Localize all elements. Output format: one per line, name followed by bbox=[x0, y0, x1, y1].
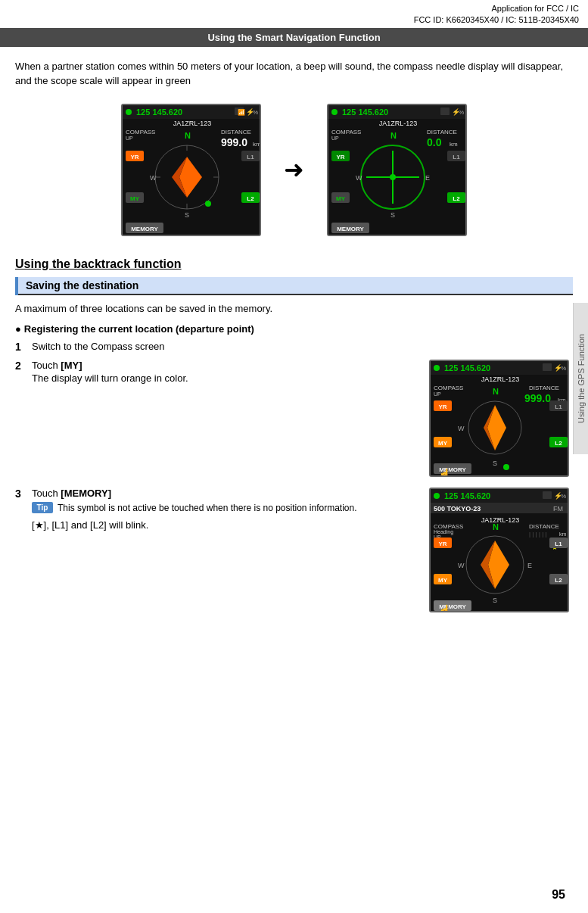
svg-text:500  TOKYO-23: 500 TOKYO-23 bbox=[434, 505, 481, 513]
tip-box: Tip This symbol is not active be touched… bbox=[32, 502, 422, 515]
tip-text: This symbol is not active be touched whe… bbox=[58, 502, 357, 515]
svg-text:S: S bbox=[493, 460, 497, 467]
step-2-sub: The display will turn orange in color. bbox=[32, 372, 422, 384]
svg-text:L1: L1 bbox=[453, 154, 460, 160]
svg-rect-70 bbox=[543, 363, 552, 371]
svg-text:N: N bbox=[390, 131, 397, 140]
svg-text:W: W bbox=[356, 174, 362, 182]
svg-text:W: W bbox=[458, 562, 465, 569]
svg-text:JA1ZRL-123: JA1ZRL-123 bbox=[481, 375, 520, 383]
svg-text:YR: YR bbox=[438, 404, 446, 410]
compass-display-4: 125 145.620 ⚡ % 500 TOKYO-23 FM JA1ZRL-1… bbox=[429, 488, 569, 612]
tip-label: Tip bbox=[32, 502, 53, 513]
svg-text:COMPASS: COMPASS bbox=[126, 129, 155, 136]
svg-text:0.0: 0.0 bbox=[427, 136, 442, 148]
svg-text:125  145.620: 125 145.620 bbox=[136, 108, 182, 117]
svg-text:125  145.620: 125 145.620 bbox=[342, 108, 388, 117]
compass-display-2: 125 145.620 ⚡ % JA1ZRL-123 COMPASS UP DI… bbox=[327, 104, 467, 236]
right-tab-text: Using the GPS Function bbox=[577, 334, 586, 423]
header-line2: FCC ID: K6620345X40 / IC: 511B-20345X40 bbox=[0, 14, 579, 26]
svg-text:DISTANCE: DISTANCE bbox=[427, 129, 457, 136]
svg-text:MY: MY bbox=[438, 440, 448, 447]
header-line1: Application for FCC / IC bbox=[0, 3, 579, 14]
step-3-num: 3 bbox=[15, 488, 32, 500]
svg-text:%: % bbox=[253, 109, 258, 116]
svg-text:YR: YR bbox=[336, 154, 344, 160]
right-tab: Using the GPS Function bbox=[573, 303, 588, 454]
svg-text:FM: FM bbox=[553, 505, 563, 513]
svg-text:JA1ZRL-123: JA1ZRL-123 bbox=[379, 120, 418, 127]
step-2-left: Touch [MY] The display will turn orange … bbox=[32, 360, 422, 384]
svg-text:UP: UP bbox=[126, 136, 133, 141]
step-3-main: Touch [MEMORY] bbox=[32, 488, 422, 499]
step-1-text: Switch to the Compass screen bbox=[32, 341, 573, 352]
svg-text:km: km bbox=[253, 141, 261, 148]
svg-text:L2: L2 bbox=[555, 440, 562, 447]
intro-text: When a partner station comes within 50 m… bbox=[0, 55, 588, 96]
svg-text:MEMORY: MEMORY bbox=[337, 226, 364, 232]
svg-text:L2: L2 bbox=[453, 195, 460, 202]
step-1-row: 1 Switch to the Compass screen bbox=[0, 339, 588, 355]
step-2-row: 2 Touch [MY] The display will turn orang… bbox=[0, 358, 588, 478]
svg-text:%: % bbox=[561, 493, 566, 500]
section-title-bar: Using the Smart Navigation Function bbox=[0, 28, 588, 47]
svg-text:L2: L2 bbox=[247, 195, 254, 202]
svg-text:N: N bbox=[493, 522, 499, 531]
svg-text:DISTANCE: DISTANCE bbox=[529, 385, 559, 391]
svg-point-68 bbox=[434, 365, 440, 371]
step-3-right: 125 145.620 ⚡ % 500 TOKYO-23 FM JA1ZRL-1… bbox=[429, 488, 573, 612]
svg-text:YR: YR bbox=[130, 154, 138, 160]
svg-text:📶: 📶 bbox=[238, 108, 245, 116]
svg-text:125  145.620: 125 145.620 bbox=[444, 491, 490, 500]
svg-text:km: km bbox=[559, 531, 567, 537]
compass-row: 125 145.620 📶 ⚡ % JA1ZRL-123 COMPASS UP … bbox=[0, 96, 588, 251]
svg-rect-39 bbox=[440, 108, 450, 115]
svg-text:999.0: 999.0 bbox=[221, 136, 247, 148]
svg-text:%: % bbox=[561, 365, 566, 372]
svg-text:km: km bbox=[450, 141, 458, 148]
svg-text:UP: UP bbox=[434, 391, 441, 397]
svg-text:W: W bbox=[458, 425, 465, 432]
step-2-right: 125 145.620 ⚡ % JA1ZRL-123 COMPASS UP DI… bbox=[429, 360, 573, 477]
svg-text:%: % bbox=[459, 109, 464, 116]
step-2-main: Touch [MY] bbox=[32, 360, 422, 371]
svg-text:DISTANCE: DISTANCE bbox=[529, 523, 559, 530]
svg-text:L1: L1 bbox=[555, 404, 562, 410]
header-info: Application for FCC / IC FCC ID: K662034… bbox=[0, 0, 588, 28]
backtrack-title: Using the backtrack function bbox=[0, 251, 588, 274]
svg-text:L1: L1 bbox=[555, 541, 562, 547]
svg-text:☝: ☝ bbox=[438, 604, 452, 612]
svg-text:L1: L1 bbox=[247, 154, 254, 160]
compass-display-1: 125 145.620 📶 ⚡ % JA1ZRL-123 COMPASS UP … bbox=[121, 104, 261, 236]
compass-display-3: 125 145.620 ⚡ % JA1ZRL-123 COMPASS UP DI… bbox=[429, 360, 569, 477]
svg-text:MY: MY bbox=[438, 577, 448, 584]
blink-text: [★], [L1] and [L2] will blink. bbox=[32, 519, 422, 531]
svg-text:COMPASS: COMPASS bbox=[331, 129, 361, 136]
svg-point-37 bbox=[331, 109, 338, 115]
step-1-num: 1 bbox=[15, 341, 32, 354]
svg-text:S: S bbox=[390, 211, 395, 219]
step-3-row: 3 Touch [MEMORY] Tip This symbol is not … bbox=[0, 486, 588, 614]
svg-text:S: S bbox=[493, 597, 497, 604]
svg-point-100 bbox=[434, 493, 440, 499]
step-2-bold: [MY] bbox=[61, 360, 82, 371]
svg-text:E: E bbox=[527, 562, 532, 569]
step-1-content: Switch to the Compass screen bbox=[32, 341, 573, 354]
step-2-num: 2 bbox=[15, 360, 32, 372]
step-3-bold: [MEMORY] bbox=[61, 488, 111, 499]
svg-text:W: W bbox=[150, 174, 157, 182]
svg-text:JA1ZRL-123: JA1ZRL-123 bbox=[481, 516, 520, 524]
page-number: 95 bbox=[552, 888, 565, 902]
svg-text:L2: L2 bbox=[555, 577, 562, 584]
saving-desc: A maximum of three locations can be save… bbox=[0, 301, 588, 320]
arrow-right: ➜ bbox=[284, 155, 304, 184]
svg-text:125  145.620: 125 145.620 bbox=[444, 363, 490, 372]
svg-point-2 bbox=[126, 109, 132, 115]
svg-text:S: S bbox=[185, 211, 189, 219]
svg-text:DISTANCE: DISTANCE bbox=[221, 129, 251, 136]
svg-text:N: N bbox=[493, 387, 499, 396]
svg-text:N: N bbox=[185, 131, 191, 140]
svg-text:E: E bbox=[425, 174, 430, 182]
svg-text:MEMORY: MEMORY bbox=[131, 226, 158, 232]
svg-point-96 bbox=[503, 464, 509, 470]
